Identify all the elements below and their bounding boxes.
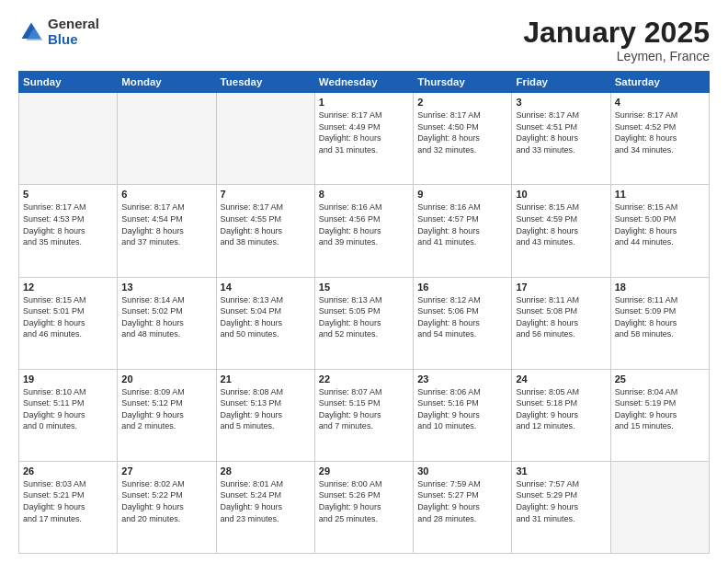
week-row-0: 1Sunrise: 8:17 AMSunset: 4:49 PMDaylight… (19, 93, 710, 185)
day-info: Sunrise: 8:05 AMSunset: 5:18 PMDaylight:… (516, 386, 606, 432)
day-number: 17 (516, 282, 606, 293)
day-number: 3 (516, 97, 606, 108)
week-row-1: 5Sunrise: 8:17 AMSunset: 4:53 PMDaylight… (19, 185, 710, 277)
title-block: January 2025 Leymen, France (523, 17, 710, 63)
calendar-cell: 27Sunrise: 8:02 AMSunset: 5:22 PMDayligh… (118, 461, 216, 553)
day-info: Sunrise: 8:17 AMSunset: 4:51 PMDaylight:… (516, 109, 606, 155)
day-info: Sunrise: 8:17 AMSunset: 4:50 PMDaylight:… (417, 109, 507, 155)
page: General Blue January 2025 Leymen, France… (0, 0, 728, 563)
day-info: Sunrise: 8:10 AMSunset: 5:11 PMDaylight:… (23, 386, 113, 432)
day-number: 5 (23, 189, 113, 200)
calendar-table: SundayMondayTuesdayWednesdayThursdayFrid… (18, 71, 710, 554)
weekday-header-saturday: Saturday (610, 72, 709, 93)
day-number: 23 (417, 373, 507, 385)
calendar-cell (216, 93, 314, 185)
day-info: Sunrise: 8:08 AMSunset: 5:13 PMDaylight:… (221, 386, 311, 432)
day-info: Sunrise: 8:17 AMSunset: 4:54 PMDaylight:… (121, 201, 211, 247)
day-number: 1 (319, 97, 409, 108)
week-row-4: 26Sunrise: 8:03 AMSunset: 5:21 PMDayligh… (19, 461, 710, 553)
calendar-cell (19, 93, 118, 185)
weekday-header-sunday: Sunday (19, 72, 118, 93)
day-info: Sunrise: 8:17 AMSunset: 4:52 PMDaylight:… (615, 109, 705, 155)
day-number: 31 (516, 465, 606, 477)
day-info: Sunrise: 8:09 AMSunset: 5:12 PMDaylight:… (121, 386, 211, 432)
day-info: Sunrise: 8:03 AMSunset: 5:21 PMDaylight:… (23, 478, 113, 524)
day-number: 28 (221, 465, 311, 477)
calendar-cell: 10Sunrise: 8:15 AMSunset: 4:59 PMDayligh… (512, 185, 610, 277)
day-number: 19 (23, 373, 113, 385)
day-info: Sunrise: 8:11 AMSunset: 5:09 PMDaylight:… (615, 294, 705, 340)
day-number: 24 (516, 373, 606, 385)
calendar-cell: 17Sunrise: 8:11 AMSunset: 5:08 PMDayligh… (512, 277, 610, 369)
day-info: Sunrise: 8:06 AMSunset: 5:16 PMDaylight:… (417, 386, 507, 432)
calendar-cell: 24Sunrise: 8:05 AMSunset: 5:18 PMDayligh… (512, 369, 610, 461)
day-info: Sunrise: 8:13 AMSunset: 5:04 PMDaylight:… (221, 294, 311, 340)
calendar-cell: 8Sunrise: 8:16 AMSunset: 4:56 PMDaylight… (314, 185, 413, 277)
calendar-cell: 7Sunrise: 8:17 AMSunset: 4:55 PMDaylight… (216, 185, 314, 277)
day-info: Sunrise: 8:02 AMSunset: 5:22 PMDaylight:… (121, 478, 211, 524)
logo-general: General (48, 17, 99, 32)
day-info: Sunrise: 7:59 AMSunset: 5:27 PMDaylight:… (417, 478, 507, 524)
calendar-cell: 22Sunrise: 8:07 AMSunset: 5:15 PMDayligh… (314, 369, 413, 461)
calendar-cell: 2Sunrise: 8:17 AMSunset: 4:50 PMDaylight… (414, 93, 512, 185)
day-number: 13 (121, 282, 211, 293)
day-number: 11 (615, 189, 705, 200)
calendar-cell: 28Sunrise: 8:01 AMSunset: 5:24 PMDayligh… (216, 461, 314, 553)
logo-icon (18, 19, 44, 45)
calendar-cell: 14Sunrise: 8:13 AMSunset: 5:04 PMDayligh… (216, 277, 314, 369)
calendar-cell (118, 93, 216, 185)
day-info: Sunrise: 8:00 AMSunset: 5:26 PMDaylight:… (319, 478, 409, 524)
calendar-cell: 4Sunrise: 8:17 AMSunset: 4:52 PMDaylight… (610, 93, 709, 185)
week-row-3: 19Sunrise: 8:10 AMSunset: 5:11 PMDayligh… (19, 369, 710, 461)
day-info: Sunrise: 8:01 AMSunset: 5:24 PMDaylight:… (221, 478, 311, 524)
logo: General Blue (18, 17, 99, 47)
calendar-cell: 11Sunrise: 8:15 AMSunset: 5:00 PMDayligh… (610, 185, 709, 277)
calendar-body: 1Sunrise: 8:17 AMSunset: 4:49 PMDaylight… (19, 93, 710, 554)
day-number: 21 (221, 373, 311, 385)
logo-text: General Blue (48, 17, 99, 47)
calendar-cell: 9Sunrise: 8:16 AMSunset: 4:57 PMDaylight… (414, 185, 512, 277)
day-info: Sunrise: 8:17 AMSunset: 4:53 PMDaylight:… (23, 201, 113, 247)
calendar-cell: 19Sunrise: 8:10 AMSunset: 5:11 PMDayligh… (19, 369, 118, 461)
day-info: Sunrise: 8:11 AMSunset: 5:08 PMDaylight:… (516, 294, 606, 340)
day-info: Sunrise: 8:15 AMSunset: 4:59 PMDaylight:… (516, 201, 606, 247)
weekday-header-tuesday: Tuesday (216, 72, 314, 93)
day-number: 15 (319, 282, 409, 293)
day-info: Sunrise: 8:16 AMSunset: 4:57 PMDaylight:… (417, 201, 507, 247)
weekday-header-friday: Friday (512, 72, 610, 93)
day-number: 30 (417, 465, 507, 477)
day-number: 2 (417, 97, 507, 108)
weekday-header-thursday: Thursday (414, 72, 512, 93)
day-info: Sunrise: 8:16 AMSunset: 4:56 PMDaylight:… (319, 201, 409, 247)
header: General Blue January 2025 Leymen, France (18, 17, 710, 63)
calendar-cell: 16Sunrise: 8:12 AMSunset: 5:06 PMDayligh… (414, 277, 512, 369)
logo-blue: Blue (48, 32, 99, 48)
calendar-cell: 20Sunrise: 8:09 AMSunset: 5:12 PMDayligh… (118, 369, 216, 461)
calendar-cell: 30Sunrise: 7:59 AMSunset: 5:27 PMDayligh… (414, 461, 512, 553)
day-info: Sunrise: 8:12 AMSunset: 5:06 PMDaylight:… (417, 294, 507, 340)
day-info: Sunrise: 8:14 AMSunset: 5:02 PMDaylight:… (121, 294, 211, 340)
calendar-cell: 18Sunrise: 8:11 AMSunset: 5:09 PMDayligh… (610, 277, 709, 369)
day-number: 12 (23, 282, 113, 293)
day-number: 25 (615, 373, 705, 385)
location: Leymen, France (523, 49, 710, 63)
day-info: Sunrise: 8:07 AMSunset: 5:15 PMDaylight:… (319, 386, 409, 432)
calendar-cell: 15Sunrise: 8:13 AMSunset: 5:05 PMDayligh… (314, 277, 413, 369)
calendar-cell: 31Sunrise: 7:57 AMSunset: 5:29 PMDayligh… (512, 461, 610, 553)
day-number: 16 (417, 282, 507, 293)
week-row-2: 12Sunrise: 8:15 AMSunset: 5:01 PMDayligh… (19, 277, 710, 369)
calendar-cell: 5Sunrise: 8:17 AMSunset: 4:53 PMDaylight… (19, 185, 118, 277)
calendar-cell (610, 461, 709, 553)
day-info: Sunrise: 7:57 AMSunset: 5:29 PMDaylight:… (516, 478, 606, 524)
day-number: 9 (417, 189, 507, 200)
day-number: 26 (23, 465, 113, 477)
weekday-header-row: SundayMondayTuesdayWednesdayThursdayFrid… (19, 72, 710, 93)
day-info: Sunrise: 8:04 AMSunset: 5:19 PMDaylight:… (615, 386, 705, 432)
day-number: 10 (516, 189, 606, 200)
day-number: 29 (319, 465, 409, 477)
calendar-cell: 29Sunrise: 8:00 AMSunset: 5:26 PMDayligh… (314, 461, 413, 553)
day-info: Sunrise: 8:13 AMSunset: 5:05 PMDaylight:… (319, 294, 409, 340)
day-info: Sunrise: 8:15 AMSunset: 5:01 PMDaylight:… (23, 294, 113, 340)
calendar-cell: 3Sunrise: 8:17 AMSunset: 4:51 PMDaylight… (512, 93, 610, 185)
day-number: 20 (121, 373, 211, 385)
